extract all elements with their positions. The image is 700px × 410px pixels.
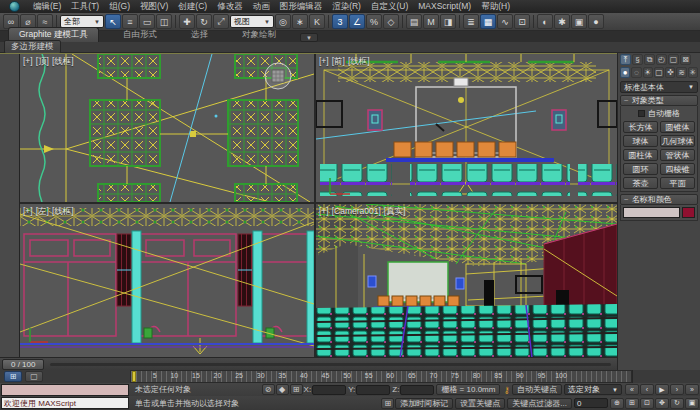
viewport-camera001[interactable]: [+] [Camera001] [真实] [316, 204, 617, 358]
modify-tab-icon[interactable]: § [632, 54, 643, 65]
viewport-menu-plus[interactable]: [+] [319, 206, 329, 218]
add-time-tag-button[interactable]: 添加时间标记 [395, 398, 453, 409]
x-coordinate-field[interactable] [312, 385, 346, 395]
object-type-button[interactable]: 长方体 [623, 121, 658, 133]
isolate-selection-icon[interactable]: ⊘ [262, 384, 275, 395]
menu-item[interactable]: 工具(T) [66, 1, 104, 13]
y-coordinate-field[interactable] [356, 385, 390, 395]
pan-icon[interactable]: ✥ [655, 398, 669, 409]
maxscript-mini-listener-input[interactable] [1, 384, 129, 396]
rollout-header[interactable]: −名称和颜色 [620, 194, 698, 205]
object-type-button[interactable]: 平面 [660, 177, 695, 189]
named-selection-sets-icon[interactable]: ▤ [406, 14, 422, 29]
geometry-category-icon[interactable]: ● [620, 67, 630, 78]
menu-item[interactable]: MAXScript(M) [413, 1, 476, 13]
lights-category-icon[interactable]: ☀ [643, 67, 653, 78]
use-pivot-center-icon[interactable]: ◎ [275, 14, 291, 29]
viewport-label[interactable]: [+] [左] [线框] [23, 206, 74, 218]
menu-item[interactable]: 帮助(H) [476, 1, 515, 13]
select-by-name-icon[interactable]: ≡ [122, 14, 138, 29]
time-slider[interactable]: 0 / 100 [0, 357, 617, 370]
autogrid-checkbox[interactable] [638, 110, 645, 117]
polygon-modeling-panel-button[interactable]: 多边形建模 [4, 40, 61, 54]
schematic-view-icon[interactable]: ⊡ [514, 14, 530, 29]
ribbon-tab-freeform[interactable]: 自由形式 [113, 28, 167, 42]
menu-item[interactable]: 修改器 [212, 1, 248, 13]
align-icon[interactable]: ◨ [440, 14, 456, 29]
maxscript-mini-listener-output[interactable]: 欢迎使用 MAXScript [1, 397, 129, 409]
helpers-category-icon[interactable]: ✜ [665, 67, 675, 78]
graphite-ribbon-toggle-icon[interactable]: ▦ [480, 14, 496, 29]
application-button[interactable] [2, 1, 26, 13]
object-type-button[interactable]: 圆环 [623, 163, 658, 175]
viewport-view-name[interactable]: [Camera001] [332, 206, 381, 218]
object-type-button[interactable]: 四棱锥 [660, 163, 695, 175]
viewport-view-name[interactable]: [前] [332, 56, 345, 68]
key-filters-button[interactable]: 关键点过滤器... [507, 398, 572, 409]
layer-manager-icon[interactable]: ≣ [463, 14, 479, 29]
select-and-move-icon[interactable]: ✚ [179, 14, 195, 29]
key-filter-dropdown[interactable]: 选定对象▼ [564, 384, 622, 395]
viewport-front[interactable]: [+] [前] [线框] [316, 54, 617, 202]
menu-item[interactable]: 渲染(R) [327, 1, 366, 13]
transform-type-in-icon[interactable]: ⊞ [381, 398, 394, 409]
current-frame-field[interactable]: 0 [574, 398, 608, 408]
absolute-mode-icon[interactable]: ⊞ [290, 384, 303, 395]
angle-snap-icon[interactable]: ∠ [349, 14, 365, 29]
zoom-extents-icon[interactable]: ⊡ [640, 398, 654, 409]
hierarchy-tab-icon[interactable]: ⧉ [644, 54, 655, 65]
curve-editor-icon[interactable]: ∿ [497, 14, 513, 29]
maximize-viewport-icon[interactable]: ▣ [685, 398, 699, 409]
viewport-shading-mode[interactable]: [线框] [52, 56, 74, 68]
material-editor-icon[interactable]: ◐ [537, 14, 553, 29]
object-color-swatch[interactable] [682, 207, 695, 218]
zoom-all-icon[interactable]: ⊞ [625, 398, 639, 409]
window-crossing-icon[interactable]: ◫ [156, 14, 172, 29]
space-warps-category-icon[interactable]: ≋ [676, 67, 686, 78]
snaps-toggle-3d-icon[interactable]: 3 [332, 14, 348, 29]
viewport-label[interactable]: [+] [顶] [线框] [23, 56, 74, 68]
menu-item[interactable]: 自定义(U) [366, 1, 413, 13]
viewport-view-name[interactable]: [左] [36, 206, 49, 218]
viewport-shading-mode[interactable]: [线框] [52, 206, 74, 218]
rectangular-selection-region-icon[interactable]: ▭ [139, 14, 155, 29]
object-type-button[interactable]: 圆柱体 [623, 149, 658, 161]
select-and-rotate-icon[interactable]: ↻ [196, 14, 212, 29]
menu-item[interactable]: 创建(C) [173, 1, 212, 13]
next-frame-icon[interactable]: › [670, 384, 684, 395]
viewport-left[interactable]: [+] [左] [线框] [20, 204, 314, 358]
menu-item[interactable]: 图形编辑器 [275, 1, 328, 13]
shapes-category-icon[interactable]: ◌ [631, 67, 641, 78]
viewport-top[interactable]: [+] [顶] [线框] [20, 54, 314, 202]
viewport-layout-tabs-icon[interactable]: ⊞ [4, 371, 22, 382]
ribbon-tab-object-paint[interactable]: 对象绘制 [232, 28, 286, 42]
previous-frame-icon[interactable]: ‹ [640, 384, 654, 395]
render-production-icon[interactable]: ● [588, 14, 604, 29]
reference-coordinate-dropdown[interactable]: 视图▼ [230, 15, 274, 28]
set-key-button[interactable]: 设置关键点 [455, 398, 505, 409]
rollout-header[interactable]: −对象类型 [620, 95, 698, 106]
viewport-menu-plus[interactable]: [+] [23, 206, 33, 218]
object-type-button[interactable]: 圆锥体 [660, 121, 695, 133]
utilities-tab-icon[interactable]: ⊠ [680, 54, 691, 65]
systems-category-icon[interactable]: ✳ [688, 67, 698, 78]
object-type-button[interactable]: 管状体 [660, 149, 695, 161]
render-setup-icon[interactable]: ✱ [554, 14, 570, 29]
object-type-button[interactable]: 茶壶 [623, 177, 658, 189]
play-icon[interactable]: ▶ [655, 384, 669, 395]
set-key-icon[interactable]: ⚷ [503, 385, 510, 395]
keyboard-override-icon[interactable]: K [309, 14, 325, 29]
create-tab-icon[interactable]: ⤒ [620, 54, 631, 65]
spinner-snap-icon[interactable]: ◇ [383, 14, 399, 29]
percent-snap-icon[interactable]: % [366, 14, 382, 29]
menu-item[interactable]: 编辑(E) [28, 1, 66, 13]
orbit-icon[interactable]: ↻ [670, 398, 684, 409]
object-type-button[interactable]: 几何球体 [660, 135, 695, 147]
display-tab-icon[interactable]: ▢ [668, 54, 679, 65]
viewport-label[interactable]: [+] [Camera001] [真实] [319, 206, 406, 218]
menu-item[interactable]: 组(G) [104, 1, 135, 13]
select-object-icon[interactable]: ↖ [105, 14, 121, 29]
zoom-icon[interactable]: ⊕ [610, 398, 624, 409]
viewport-menu-plus[interactable]: [+] [23, 56, 33, 68]
z-coordinate-field[interactable] [400, 385, 434, 395]
